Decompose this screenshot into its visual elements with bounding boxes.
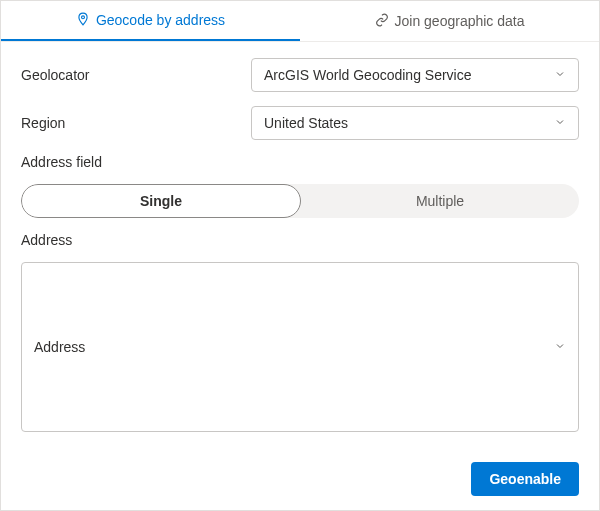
svg-point-0 — [81, 15, 84, 18]
address-value: Address — [34, 339, 85, 355]
tab-label: Geocode by address — [96, 12, 225, 28]
chevron-down-icon — [554, 115, 566, 131]
address-label: Address — [21, 232, 579, 248]
segment-label: Multiple — [416, 193, 464, 209]
segment-single[interactable]: Single — [21, 184, 301, 218]
pin-icon — [76, 12, 90, 29]
geolocator-value: ArcGIS World Geocoding Service — [264, 67, 472, 83]
chevron-down-icon — [554, 67, 566, 83]
row-geolocator: Geolocator ArcGIS World Geocoding Servic… — [21, 58, 579, 92]
tab-label: Join geographic data — [395, 13, 525, 29]
tabs: Geocode by address Join geographic data — [1, 1, 599, 42]
region-select[interactable]: United States — [251, 106, 579, 140]
address-select[interactable]: Address — [21, 262, 579, 432]
footer: Geoenable — [1, 448, 599, 510]
address-field-label: Address field — [21, 154, 579, 170]
form-content: Geolocator ArcGIS World Geocoding Servic… — [1, 42, 599, 448]
region-label: Region — [21, 115, 251, 131]
segment-multiple[interactable]: Multiple — [301, 184, 579, 218]
tab-join-geographic-data[interactable]: Join geographic data — [300, 1, 599, 41]
tab-geocode-by-address[interactable]: Geocode by address — [1, 1, 300, 41]
row-region: Region United States — [21, 106, 579, 140]
link-icon — [375, 13, 389, 30]
chevron-down-icon — [554, 339, 566, 355]
geolocator-label: Geolocator — [21, 67, 251, 83]
geolocator-select[interactable]: ArcGIS World Geocoding Service — [251, 58, 579, 92]
geoenable-button[interactable]: Geoenable — [471, 462, 579, 496]
address-field-segmented: Single Multiple — [21, 184, 579, 218]
region-value: United States — [264, 115, 348, 131]
segment-label: Single — [140, 193, 182, 209]
